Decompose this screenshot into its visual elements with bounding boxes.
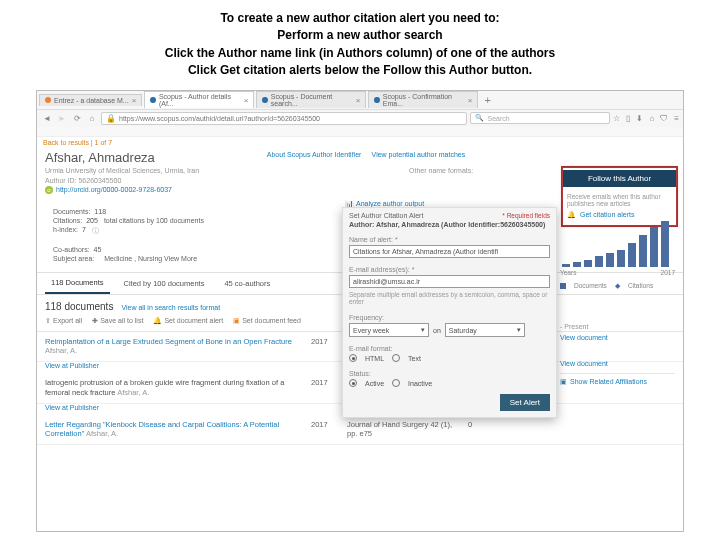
format-html-radio[interactable] — [349, 354, 357, 362]
instr-l2: Perform a new author search — [0, 27, 720, 44]
info-icon[interactable]: ⓘ — [92, 226, 99, 236]
new-tab-button[interactable]: + — [480, 94, 494, 106]
bell-icon: 🔔 — [153, 317, 162, 325]
page-content: Back to results | 1 of 7 Afshar, Ahmadre… — [37, 127, 683, 531]
home-icon[interactable]: ⌂ — [86, 112, 98, 124]
show-related-affiliations-link[interactable]: ▣Show Related Affiliations — [560, 373, 675, 386]
export-icon: ⇪ — [45, 317, 51, 325]
potential-matches-link[interactable]: View potential author matches — [372, 151, 466, 158]
day-select[interactable]: Saturday▾ — [445, 323, 525, 337]
orcid-icon: o — [45, 186, 53, 194]
chart-xlabel: Years — [560, 269, 576, 276]
close-icon[interactable]: × — [468, 96, 473, 105]
forward-icon[interactable]: ► — [56, 112, 68, 124]
author-id: Author ID: 56260345500 — [45, 177, 199, 184]
url-input[interactable]: 🔒https://www.scopus.com/authid/detail.ur… — [101, 112, 467, 125]
chevron-down-icon: ▾ — [517, 326, 521, 334]
metric-documents: Documents:118 — [53, 208, 339, 215]
metric-hindex: h-index:7ⓘ — [53, 226, 339, 236]
metric-subject: Subject area: Medicine , Nursing View Mo… — [53, 255, 339, 262]
browser-window: Entrez - a database M...× Scopus - Autho… — [36, 90, 684, 532]
download-icon[interactable]: ⬇ — [636, 114, 643, 123]
doc-title: Iatrogenic protrusion of a broken guide … — [45, 378, 284, 397]
plus-icon: ▣ — [560, 378, 567, 386]
tab-document-search[interactable]: Scopus - Document search...× — [256, 91, 366, 108]
set-alert-button[interactable]: Set Alert — [500, 394, 550, 411]
view-document-link[interactable]: View document — [560, 360, 675, 367]
menu-icon[interactable]: ≡ — [674, 114, 679, 123]
doc-title-link[interactable]: Letter Regarding "Kienbock Disease and C… — [45, 420, 279, 439]
author-name: Afshar, Ahmadreza — [45, 150, 199, 165]
tab-author-details[interactable]: Scopus - Author details (Af...× — [144, 91, 254, 108]
required-note: * Required fields — [502, 212, 550, 219]
view-all-results-link[interactable]: View all in search results format — [121, 304, 220, 311]
sidebar-icon[interactable]: ▯ — [626, 114, 630, 123]
citation-chart: Years2017 Documents◆Citations — [560, 217, 675, 287]
documents-count: 118 documents — [45, 301, 113, 312]
tab-citedby[interactable]: Cited by 100 documents — [118, 274, 211, 293]
email-note: Separate multiple email addresses by a s… — [349, 291, 550, 307]
panel-author-label: Author: Afshar, Ahmadreza (Author Identi… — [343, 221, 556, 232]
tab-documents[interactable]: 118 Documents — [45, 273, 110, 294]
sidebar-box: - Present View document View document ▣S… — [560, 321, 675, 386]
panel-title: Set Author Citation Alert — [349, 212, 423, 219]
shield-icon[interactable]: 🛡 — [660, 114, 668, 123]
set-doc-feed-button[interactable]: ▣Set document feed — [233, 317, 301, 325]
chart-xtick: 2017 — [661, 269, 675, 276]
search-icon: 🔍 — [475, 114, 484, 122]
instr-l4: Click Get citation alerts below the Foll… — [0, 62, 720, 79]
citation-alert-panel: Set Author Citation Alert * Required fie… — [342, 207, 557, 419]
export-all-button[interactable]: ⇪Export all — [45, 317, 82, 325]
alert-email-input[interactable]: alirashidi@umsu.ac.ir — [349, 275, 550, 288]
tab-entrez[interactable]: Entrez - a database M...× — [39, 94, 142, 106]
lock-icon: 🔒 — [106, 114, 116, 123]
view-document-link[interactable]: View document — [560, 334, 675, 341]
frequency-select[interactable]: Every week▾ — [349, 323, 429, 337]
follow-author-button[interactable]: Follow this Author — [563, 170, 676, 187]
home-toolbar-icon[interactable]: ⌂ — [649, 114, 654, 123]
reload-icon[interactable]: ⟳ — [71, 112, 83, 124]
chevron-down-icon: ▾ — [421, 326, 425, 334]
orcid-link[interactable]: ohttp://orcid.org/0000-0002-9728-6037 — [45, 186, 199, 194]
author-affiliation: Urmia University of Medical Sciences, Ur… — [45, 167, 199, 174]
status-active-radio[interactable] — [349, 379, 357, 387]
back-icon[interactable]: ◄ — [41, 112, 53, 124]
follow-note: Receive emails when this author publishe… — [563, 193, 676, 211]
save-all-button[interactable]: ✚Save all to list — [92, 317, 143, 325]
status-inactive-radio[interactable] — [392, 379, 400, 387]
other-name-formats: Other name formats: — [267, 167, 473, 174]
format-text-radio[interactable] — [392, 354, 400, 362]
about-identifier-link[interactable]: About Scopus Author Identifier — [267, 151, 362, 158]
breadcrumb[interactable]: Back to results | 1 of 7 — [37, 137, 683, 148]
doc-title-link[interactable]: Reimplantation of a Large Extruded Segme… — [45, 337, 292, 346]
save-icon: ✚ — [92, 317, 98, 325]
alert-name-input[interactable]: Citations for Afshar, Ahmadreza (Author … — [349, 245, 550, 258]
close-icon[interactable]: × — [244, 96, 249, 105]
metric-citations: Citations:205total citations by 100 docu… — [53, 217, 339, 224]
instr-l3: Click the Author name link (in Authors c… — [0, 45, 720, 62]
url-bar: ◄ ► ⟳ ⌂ 🔒https://www.scopus.com/authid/d… — [37, 109, 683, 127]
close-icon[interactable]: × — [356, 96, 361, 105]
star-icon[interactable]: ☆ — [613, 114, 620, 123]
rss-icon: ▣ — [233, 317, 240, 325]
instructions-block: To create a new author citation alert yo… — [0, 0, 720, 88]
instr-l1: To create a new author citation alert yo… — [0, 10, 720, 27]
set-doc-alert-button[interactable]: 🔔Set document alert — [153, 317, 223, 325]
metric-coauthors: Co-authors:45 — [53, 246, 339, 253]
tab-coauthors[interactable]: 45 co-authors — [218, 274, 276, 293]
tab-confirmation[interactable]: Scopus - Confirmation Ema...× — [368, 91, 478, 108]
table-row: Letter Regarding "Kienbock Disease and C… — [37, 415, 683, 446]
search-input[interactable]: 🔍Search — [470, 112, 610, 124]
tab-strip: Entrez - a database M...× Scopus - Autho… — [37, 91, 683, 109]
close-icon[interactable]: × — [132, 96, 137, 105]
